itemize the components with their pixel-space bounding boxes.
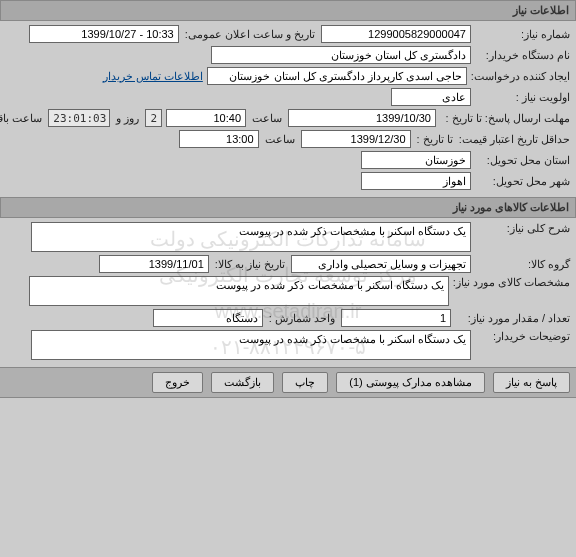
province-input[interactable] <box>361 151 471 169</box>
qty-input[interactable] <box>341 309 451 327</box>
section2-title: اطلاعات کالاهای مورد نیاز <box>453 201 569 213</box>
deadline-time-label: ساعت <box>252 112 282 125</box>
remaining-time: 23:01:03 <box>48 109 110 127</box>
section2-header: اطلاعات کالاهای مورد نیاز <box>0 197 576 218</box>
row-city: شهر محل تحویل: <box>6 172 570 190</box>
deadline-date-input[interactable] <box>288 109 436 127</box>
deadline-label: مهلت ارسال پاسخ: تا تاریخ : <box>440 112 570 125</box>
contact-link[interactable]: اطلاعات تماس خریدار <box>103 70 203 83</box>
section1-title: اطلاعات نیاز <box>513 4 569 16</box>
validity-time-input[interactable] <box>179 130 259 148</box>
row-summary: شرح کلی نیاز: <box>6 222 570 252</box>
validity-date-input[interactable] <box>301 130 411 148</box>
qty-label: تعداد / مقدار مورد نیاز: <box>455 312 570 325</box>
group-input[interactable] <box>291 255 471 273</box>
remaining-days: 2 <box>145 109 162 127</box>
spec-label: مشخصات کالای مورد نیاز: <box>453 276 570 289</box>
section2-body: سامانه تدارکات الکترونیکی دولت مرکز توسع… <box>0 218 576 367</box>
notes-label: توضیحات خریدار: <box>475 330 570 343</box>
group-label: گروه کالا: <box>475 258 570 271</box>
city-input[interactable] <box>361 172 471 190</box>
row-buyer: نام دستگاه خریدار: <box>6 46 570 64</box>
spec-input[interactable] <box>29 276 449 306</box>
unit-input[interactable] <box>153 309 263 327</box>
need-date-label: تاریخ نیاز به کالا: <box>215 258 285 271</box>
niaz-no-label: شماره نیاز: <box>475 28 570 41</box>
row-priority: اولویت نیاز : <box>6 88 570 106</box>
summary-input[interactable] <box>31 222 471 252</box>
row-province: استان محل تحویل: <box>6 151 570 169</box>
exit-button[interactable]: خروج <box>152 372 203 393</box>
row-niaz-no: شماره نیاز: تاریخ و ساعت اعلان عمومی: <box>6 25 570 43</box>
notes-input[interactable] <box>31 330 471 360</box>
bottom-bar: پاسخ به نیاز مشاهده مدارک پیوستی (1) چاپ… <box>0 367 576 398</box>
validity-label: حداقل تاریخ اعتبار قیمت: <box>459 133 570 146</box>
attachments-button[interactable]: مشاهده مدارک پیوستی (1) <box>336 372 485 393</box>
validity-time-label: ساعت <box>265 133 295 146</box>
public-dt-input[interactable] <box>29 25 179 43</box>
section1-header: اطلاعات نیاز <box>0 0 576 21</box>
validity-sub: تا تاریخ : <box>417 133 453 146</box>
requester-input[interactable] <box>207 67 467 85</box>
priority-input[interactable] <box>391 88 471 106</box>
back-button[interactable]: بازگشت <box>211 372 274 393</box>
section1-body: شماره نیاز: تاریخ و ساعت اعلان عمومی: نا… <box>0 21 576 197</box>
city-label: شهر محل تحویل: <box>475 175 570 188</box>
priority-label: اولویت نیاز : <box>475 91 570 104</box>
need-date-input[interactable] <box>99 255 209 273</box>
remaining-suffix: ساعت باقی مانده <box>0 112 42 125</box>
province-label: استان محل تحویل: <box>475 154 570 167</box>
buyer-label: نام دستگاه خریدار: <box>475 49 570 62</box>
row-notes: توضیحات خریدار: <box>6 330 570 360</box>
summary-label: شرح کلی نیاز: <box>475 222 570 235</box>
row-requester: ایجاد کننده درخواست: اطلاعات تماس خریدار <box>6 67 570 85</box>
print-button[interactable]: چاپ <box>282 372 328 393</box>
row-deadline: مهلت ارسال پاسخ: تا تاریخ : ساعت 2 روز و… <box>6 109 570 127</box>
niaz-no-input[interactable] <box>321 25 471 43</box>
public-dt-label: تاریخ و ساعت اعلان عمومی: <box>185 28 315 41</box>
reply-button[interactable]: پاسخ به نیاز <box>493 372 570 393</box>
requester-label: ایجاد کننده درخواست: <box>471 70 570 83</box>
row-group: گروه کالا: تاریخ نیاز به کالا: <box>6 255 570 273</box>
unit-label: واحد شمارش : <box>269 312 335 325</box>
remaining-days-label: روز و <box>116 112 139 125</box>
deadline-time-input[interactable] <box>166 109 246 127</box>
buyer-input[interactable] <box>211 46 471 64</box>
row-spec: مشخصات کالای مورد نیاز: <box>6 276 570 306</box>
row-qty: تعداد / مقدار مورد نیاز: واحد شمارش : <box>6 309 570 327</box>
row-validity: حداقل تاریخ اعتبار قیمت: تا تاریخ : ساعت <box>6 130 570 148</box>
